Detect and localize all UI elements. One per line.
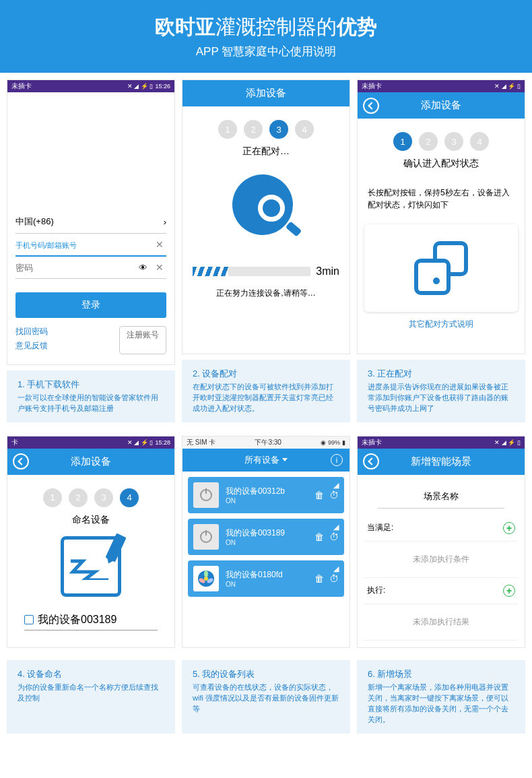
wifi-icon: ◢ xyxy=(333,481,339,490)
top-bar: 新增智能场景 xyxy=(358,449,525,475)
exec-row: 执行: + xyxy=(364,578,518,604)
device-card[interactable]: 我的设备003189 ON ◢ 🗑 ⏱ xyxy=(188,519,344,555)
status-bar: 未插卡 ✕ ◢ ⚡ ▯ xyxy=(358,80,525,92)
timer-icon[interactable]: ⏱ xyxy=(329,531,339,542)
caption-1: 1. 手机下载软件 一款可以在全球使用的智能设备管家软件用户账号支持手机号及邮箱… xyxy=(7,370,175,422)
step-4: 4 xyxy=(295,120,314,139)
device-icon-card xyxy=(364,224,518,312)
row-2: 卡 ✕ ◢ ⚡ ▯ 15:28 添加设备 1 2 3 4 命名设备 我的设备00… xyxy=(0,429,532,655)
wifi-icon: ◢ xyxy=(333,564,339,573)
progress-row: 3min xyxy=(182,265,350,278)
status-right: ✕ ◢ ⚡ ▯ 15:28 xyxy=(127,439,170,446)
device-filter-dropdown[interactable]: 所有设备 i xyxy=(182,449,350,472)
phone-confirm-pair: 未插卡 ✕ ◢ ⚡ ▯ 添加设备 1 2 3 4 确认进入配对状态 长按配对按钮… xyxy=(357,79,525,354)
status-right: ✕ ◢ ⚡ ▯ 15:26 xyxy=(127,83,170,90)
top-bar: 添加设备 xyxy=(7,449,174,475)
country-select[interactable]: 中国(+86) › xyxy=(15,210,166,234)
device-status: ON xyxy=(226,497,308,505)
info-icon[interactable]: i xyxy=(331,454,343,466)
device-card[interactable]: 我的设备0180fd ON ◢ 🗑 ⏱ xyxy=(188,560,344,597)
device-status: ON xyxy=(226,539,308,546)
power-icon xyxy=(200,531,212,543)
status-carrier: 无 SIM 卡 xyxy=(187,438,215,447)
step-3: 3 xyxy=(269,120,288,139)
forgot-password-link[interactable]: 找回密码 xyxy=(15,326,48,337)
no-condition-text: 未添加执行条件 xyxy=(364,542,518,578)
device-name: 我的设备00312b xyxy=(226,486,308,497)
timer-icon[interactable]: ⏱ xyxy=(329,573,339,584)
status-bar: 无 SIM 卡 下午3:30 ◉ 99% ▮ xyxy=(182,436,350,449)
page-title: 新增智能场景 xyxy=(411,455,471,467)
device-name: 我的设备0180fd xyxy=(226,569,308,581)
device-thumb xyxy=(193,566,219,591)
add-action-button[interactable]: + xyxy=(503,585,515,597)
phone-input[interactable] xyxy=(15,240,153,250)
step-3: 3 xyxy=(444,132,463,151)
step-label: 正在配对… xyxy=(182,145,350,158)
device-thumb xyxy=(193,524,219,550)
back-button[interactable] xyxy=(13,453,29,469)
instruction-text: 长按配对按钮，保持5秒左右，设备进入配对状态，灯快闪如下 xyxy=(358,180,525,218)
header-title: 欧时亚灌溉控制器的优势 xyxy=(13,13,519,41)
svg-point-2 xyxy=(204,571,208,577)
scene-name-input[interactable]: 场景名称 xyxy=(378,485,504,509)
step-indicator: 1 2 3 4 xyxy=(358,119,525,158)
search-magnify-icon xyxy=(226,171,306,252)
device-name-input[interactable]: 我的设备003189 xyxy=(24,610,158,630)
phone-input-row[interactable]: ✕ xyxy=(15,234,166,257)
delete-icon[interactable]: 🗑 xyxy=(314,490,324,500)
password-input-row[interactable]: 👁 ✕ xyxy=(15,257,166,279)
status-right: ✕ ◢ ⚡ ▯ xyxy=(494,83,521,90)
chevron-down-icon xyxy=(282,458,288,461)
condition-row: 当满足: + xyxy=(364,515,518,542)
back-button[interactable] xyxy=(363,453,379,469)
back-button[interactable] xyxy=(363,98,379,114)
device-name: 我的设备003189 xyxy=(226,527,308,539)
register-button[interactable]: 注册账号 xyxy=(119,326,166,354)
eye-icon[interactable]: 👁 xyxy=(139,263,147,273)
feedback-link[interactable]: 意见反馈 xyxy=(15,340,48,352)
login-button[interactable]: 登录 xyxy=(15,292,166,318)
top-bar: 添加设备 xyxy=(358,92,525,119)
progress-time: 3min xyxy=(316,265,339,278)
wifi-icon: ◢ xyxy=(333,523,339,531)
status-time: 下午3:30 xyxy=(255,438,281,447)
caption-row-2: 4. 设备命名 为你的设备重新命名一个名称方便后续查找及控制 5. 我的设备列表… xyxy=(0,655,532,740)
clear-icon[interactable]: ✕ xyxy=(153,262,166,273)
step-1: 1 xyxy=(43,488,62,507)
status-right: ◉ 99% ▮ xyxy=(321,439,345,446)
login-form: 中国(+86) › ✕ 👁 ✕ 登录 找回密码 意见反馈 xyxy=(7,200,174,364)
row-1: 未插卡 ✕ ◢ ⚡ ▯ 15:26 中国(+86) › ✕ 👁 ✕ 登录 xyxy=(0,73,532,429)
clear-icon[interactable]: ✕ xyxy=(153,239,166,250)
step-2: 2 xyxy=(244,120,263,139)
device-card[interactable]: 我的设备00312b ON ◢ 🗑 ⏱ xyxy=(188,477,344,513)
step-4: 4 xyxy=(120,488,139,507)
step-3: 3 xyxy=(94,488,113,507)
status-carrier: 卡 xyxy=(11,438,18,447)
phone-pairing: 添加设备 1 2 3 4 正在配对… 3min 正在努力连接设备,请稍等… xyxy=(182,79,350,354)
delete-icon[interactable]: 🗑 xyxy=(314,573,324,584)
timer-icon[interactable]: ⏱ xyxy=(329,490,339,500)
delete-icon[interactable]: 🗑 xyxy=(314,531,324,542)
phone-device-list: 无 SIM 卡 下午3:30 ◉ 99% ▮ 所有设备 i 我的设备00312b… xyxy=(182,436,350,648)
header-subtitle: APP 智慧家庭中心使用说明 xyxy=(13,44,519,59)
power-icon xyxy=(200,489,212,501)
step-1: 1 xyxy=(218,120,237,139)
device-name-value: 我的设备003189 xyxy=(38,613,117,627)
step-1: 1 xyxy=(393,132,412,151)
add-condition-button[interactable]: + xyxy=(503,522,515,534)
status-bar: 未插卡 ✕ ◢ ⚡ ▯ xyxy=(358,436,525,449)
status-right: ✕ ◢ ⚡ ▯ xyxy=(494,439,521,446)
phone-new-scene: 未插卡 ✕ ◢ ⚡ ▯ 新增智能场景 场景名称 当满足: + 未添加执行条件 执… xyxy=(357,436,525,648)
caption-5: 5. 我的设备列表 可查看设备的在线状态，设备的实际状态，wifi 强度情况以及… xyxy=(182,660,350,734)
step-label: 命名设备 xyxy=(7,514,174,526)
page-title: 添加设备 xyxy=(421,99,461,110)
step-2: 2 xyxy=(69,488,88,507)
connecting-text: 正在努力连接设备,请稍等… xyxy=(182,288,350,299)
password-input[interactable] xyxy=(15,263,139,273)
other-pair-method-link[interactable]: 其它配对方式说明 xyxy=(358,319,525,330)
header-banner: 欧时亚灌溉控制器的优势 APP 智慧家庭中心使用说明 xyxy=(0,0,532,73)
top-bar: 添加设备 xyxy=(182,80,350,106)
status-carrier: 未插卡 xyxy=(11,82,32,91)
progress-bar xyxy=(193,267,310,276)
